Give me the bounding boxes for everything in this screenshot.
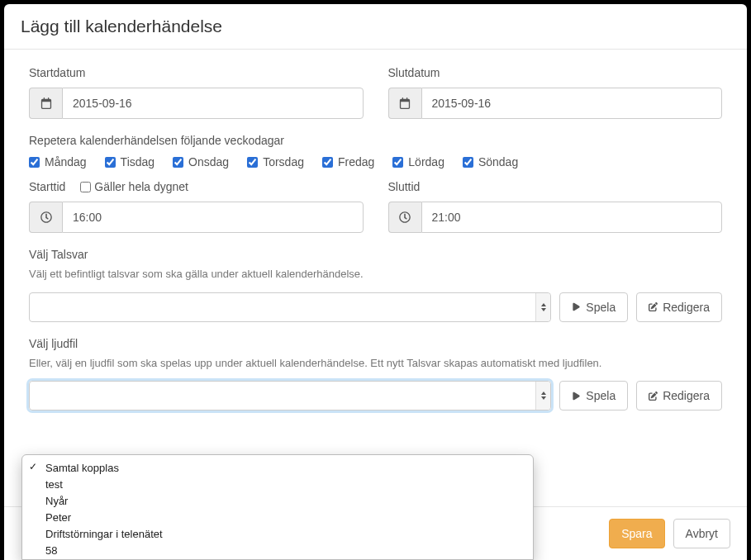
dropdown-item[interactable]: 58 bbox=[22, 543, 533, 559]
weekday-wed-label: Onsdag bbox=[188, 155, 229, 168]
end-date-col: Slutdatum bbox=[388, 66, 723, 119]
weekday-tue[interactable]: Tisdag bbox=[105, 155, 155, 168]
weekday-fri-checkbox[interactable] bbox=[322, 157, 333, 168]
audiofile-play-button[interactable]: Spela bbox=[559, 381, 628, 411]
all-day-toggle[interactable]: Gäller hela dygnet bbox=[80, 180, 188, 193]
start-date-input[interactable] bbox=[62, 88, 364, 119]
clock-icon bbox=[388, 202, 421, 233]
talsvar-play-label: Spela bbox=[586, 301, 616, 314]
all-day-label: Gäller hela dygnet bbox=[94, 180, 188, 193]
modal-header: Lägg till kalenderhändelse bbox=[4, 4, 747, 50]
weekday-wed[interactable]: Onsdag bbox=[173, 155, 229, 168]
start-time-label: Starttid bbox=[29, 180, 65, 193]
weekday-thu-checkbox[interactable] bbox=[247, 157, 258, 168]
cancel-button[interactable]: Avbryt bbox=[673, 519, 730, 548]
weekday-fri[interactable]: Fredag bbox=[322, 155, 374, 168]
modal-body: Startdatum Slutdatum Repeter bbox=[4, 50, 747, 506]
weekday-fri-label: Fredag bbox=[338, 155, 374, 168]
audiofile-select-wrap bbox=[29, 381, 551, 411]
talsvar-edit-button[interactable]: Redigera bbox=[636, 292, 722, 322]
weekday-thu-label: Torsdag bbox=[263, 155, 304, 168]
talsvar-select-wrap bbox=[29, 292, 551, 322]
all-day-checkbox[interactable] bbox=[80, 182, 91, 192]
audiofile-play-label: Spela bbox=[586, 389, 616, 402]
start-time-input[interactable] bbox=[62, 202, 364, 233]
start-date-label: Startdatum bbox=[29, 66, 364, 79]
weekday-sun-label: Söndag bbox=[478, 155, 518, 168]
modal-title: Lägg till kalenderhändelse bbox=[21, 17, 730, 36]
dropdown-item[interactable]: test bbox=[22, 477, 533, 493]
talsvar-row: Spela Redigera bbox=[29, 292, 722, 322]
start-date-col: Startdatum bbox=[29, 66, 364, 119]
start-date-group bbox=[29, 88, 364, 119]
end-date-label: Slutdatum bbox=[388, 66, 723, 79]
dropdown-item[interactable]: Samtal kopplas bbox=[22, 460, 533, 477]
weekday-sun-checkbox[interactable] bbox=[463, 157, 473, 168]
end-time-label: Sluttid bbox=[388, 180, 723, 193]
talsvar-label: Välj Talsvar bbox=[29, 248, 722, 261]
dropdown-item[interactable]: Peter bbox=[22, 510, 533, 526]
clock-icon bbox=[29, 202, 62, 233]
talsvar-help: Välj ett befintligt talsvar som ska gäll… bbox=[29, 266, 722, 282]
audiofile-row: Spela Redigera bbox=[29, 381, 722, 411]
audiofile-select[interactable] bbox=[29, 381, 551, 411]
repeat-label: Repetera kalenderhändelsen följande veck… bbox=[29, 134, 722, 147]
audiofile-label: Välj ljudfil bbox=[29, 337, 722, 350]
weekday-sat[interactable]: Lördag bbox=[392, 155, 444, 168]
dropdown-item[interactable]: Driftstörningar i telenätet bbox=[22, 526, 533, 543]
dropdown-item[interactable]: Nyår bbox=[22, 493, 533, 510]
weekday-thu[interactable]: Torsdag bbox=[247, 155, 304, 168]
start-time-col: Starttid Gäller hela dygnet bbox=[29, 180, 364, 233]
weekday-sun[interactable]: Söndag bbox=[463, 155, 518, 168]
play-icon bbox=[572, 302, 581, 311]
audiofile-edit-button[interactable]: Redigera bbox=[636, 381, 722, 411]
weekday-tue-checkbox[interactable] bbox=[105, 157, 116, 168]
weekday-mon-checkbox[interactable] bbox=[29, 157, 40, 168]
audiofile-dropdown-popup: Samtal kopplas test Nyår Peter Driftstör… bbox=[21, 454, 534, 560]
audiofile-help: Eller, välj en ljudfil som ska spelas up… bbox=[29, 355, 722, 372]
date-row: Startdatum Slutdatum bbox=[29, 66, 722, 119]
end-date-input[interactable] bbox=[421, 88, 723, 119]
end-time-input[interactable] bbox=[421, 202, 723, 233]
calendar-icon bbox=[388, 88, 421, 119]
save-button[interactable]: Spara bbox=[609, 519, 664, 548]
end-time-group bbox=[388, 202, 723, 233]
edit-icon bbox=[649, 392, 658, 401]
end-date-group bbox=[388, 88, 723, 119]
weekday-mon-label: Måndag bbox=[45, 155, 87, 168]
play-icon bbox=[572, 392, 581, 401]
weekday-sat-checkbox[interactable] bbox=[392, 157, 403, 168]
weekday-tue-label: Tisdag bbox=[121, 155, 155, 168]
weekday-sat-label: Lördag bbox=[408, 155, 444, 168]
time-row: Starttid Gäller hela dygnet Sluttid bbox=[29, 180, 722, 233]
weekday-wed-checkbox[interactable] bbox=[173, 157, 183, 168]
talsvar-edit-label: Redigera bbox=[663, 301, 710, 314]
start-time-group bbox=[29, 202, 364, 233]
end-time-col: Sluttid bbox=[388, 180, 723, 233]
audiofile-edit-label: Redigera bbox=[663, 389, 710, 402]
talsvar-play-button[interactable]: Spela bbox=[559, 292, 628, 322]
talsvar-select[interactable] bbox=[29, 292, 551, 322]
edit-icon bbox=[649, 302, 658, 311]
weekday-row: Måndag Tisdag Onsdag Torsdag Fredag Lörd… bbox=[29, 155, 722, 168]
weekday-mon[interactable]: Måndag bbox=[29, 155, 87, 168]
calendar-icon bbox=[29, 88, 62, 119]
